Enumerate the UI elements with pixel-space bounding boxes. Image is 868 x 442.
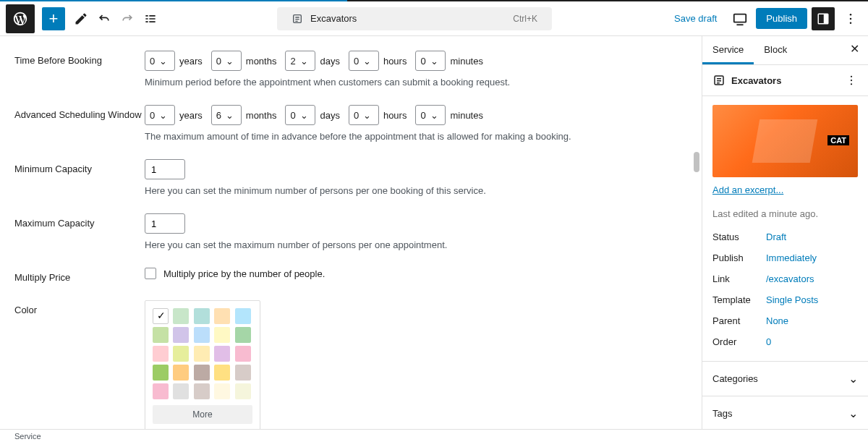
editor-toolbar: + Excavators Ctrl+K Save draft Publish <box>0 1 868 36</box>
color-swatch[interactable] <box>194 327 210 343</box>
color-swatch[interactable] <box>194 308 210 324</box>
svg-point-10 <box>851 83 852 85</box>
accordion-tags[interactable]: Tags⌄ <box>702 396 868 429</box>
time-before-minutes-select[interactable]: 0⌄ <box>415 51 446 71</box>
color-swatch[interactable] <box>153 308 169 324</box>
save-draft-button[interactable]: Save draft <box>667 9 724 28</box>
editor-footer: Service <box>0 429 868 442</box>
adv-window-label: Advanced Scheduling Window <box>14 105 145 142</box>
time-before-months-select[interactable]: 0⌄ <box>211 51 242 71</box>
options-menu-icon[interactable] <box>839 7 862 30</box>
multiply-cb-label: Multiply price by the number of people. <box>163 268 325 279</box>
scrollbar[interactable] <box>694 36 701 429</box>
meta-value[interactable]: Immediately <box>766 252 817 263</box>
min-cap-label: Minimum Capacity <box>14 159 145 196</box>
time-before-years-select[interactable]: 0⌄ <box>145 51 175 71</box>
color-swatch[interactable] <box>173 346 189 362</box>
sidebar-post-title: Excavators <box>731 75 781 86</box>
adv-minutes-select[interactable]: 0⌄ <box>415 105 446 125</box>
adv-days-select[interactable]: 0⌄ <box>285 105 315 125</box>
svg-rect-3 <box>824 14 828 24</box>
color-swatch[interactable] <box>194 346 210 362</box>
multiply-checkbox[interactable] <box>145 268 156 279</box>
color-swatch[interactable] <box>235 308 251 324</box>
chevron-down-icon: ⌄ <box>848 407 858 420</box>
adv-hours-select[interactable]: 0⌄ <box>349 105 379 125</box>
color-swatch[interactable] <box>235 346 251 362</box>
meta-label: Parent <box>712 315 766 326</box>
close-sidebar-icon[interactable]: ✕ <box>841 36 868 64</box>
color-swatch[interactable] <box>194 365 210 381</box>
settings-sidebar: Service Block ✕ Excavators Add an excerp… <box>702 36 868 429</box>
color-swatch[interactable] <box>214 365 230 381</box>
color-swatch[interactable] <box>173 308 189 324</box>
color-label: Color <box>14 300 145 429</box>
meta-label: Order <box>712 336 766 347</box>
accordion-categories[interactable]: Categories⌄ <box>702 362 868 396</box>
wp-logo[interactable] <box>6 4 35 33</box>
color-swatch[interactable] <box>235 365 251 381</box>
color-swatch[interactable] <box>153 327 169 343</box>
adv-months-select[interactable]: 6⌄ <box>211 105 242 125</box>
editor-canvas: Time Before Booking 0⌄years 0⌄months 2⌄d… <box>0 36 702 429</box>
preview-icon[interactable] <box>728 7 752 30</box>
adv-window-help: The maximum amount of time in advance be… <box>145 131 687 142</box>
post-actions-icon[interactable] <box>845 74 858 87</box>
meta-label: Link <box>712 273 766 284</box>
tab-block[interactable]: Block <box>754 36 797 64</box>
color-swatch[interactable] <box>153 383 169 399</box>
edit-tool-icon[interactable] <box>69 7 93 30</box>
add-block-button[interactable]: + <box>42 7 65 30</box>
min-cap-help: Here you can set the minimum number of p… <box>145 185 687 196</box>
color-swatch[interactable] <box>153 346 169 362</box>
color-swatch[interactable] <box>173 327 189 343</box>
time-before-hours-select[interactable]: 0⌄ <box>349 51 379 71</box>
meta-value[interactable]: /excavators <box>766 273 814 284</box>
settings-panel-toggle[interactable] <box>812 7 835 30</box>
last-edited-text: Last edited a minute ago. <box>712 208 858 219</box>
svg-point-9 <box>851 80 852 81</box>
color-swatch[interactable] <box>153 365 169 381</box>
document-title-bar[interactable]: Excavators Ctrl+K <box>277 7 552 30</box>
time-before-help: Minimum period before the appointment wh… <box>145 77 687 88</box>
list-view-icon[interactable] <box>139 7 162 30</box>
tab-service[interactable]: Service <box>702 36 754 64</box>
meta-value[interactable]: None <box>766 315 788 326</box>
color-swatch[interactable] <box>235 327 251 343</box>
time-before-days-select[interactable]: 2⌄ <box>285 51 315 71</box>
meta-label: Status <box>712 231 766 242</box>
svg-point-4 <box>850 13 852 15</box>
min-cap-input[interactable] <box>145 159 185 179</box>
color-swatch[interactable] <box>214 327 230 343</box>
color-swatch[interactable] <box>173 383 189 399</box>
add-excerpt-link[interactable]: Add an excerpt... <box>712 184 783 195</box>
color-more-button[interactable]: More <box>153 405 252 424</box>
svg-point-8 <box>851 76 852 77</box>
publish-button[interactable]: Publish <box>756 8 807 29</box>
color-swatch[interactable] <box>173 365 189 381</box>
undo-icon[interactable] <box>93 7 116 30</box>
multiply-label: Multiply Price <box>14 268 145 283</box>
svg-rect-1 <box>734 14 746 22</box>
color-swatch[interactable] <box>214 383 230 399</box>
color-swatch[interactable] <box>194 383 210 399</box>
chevron-down-icon: ⌄ <box>848 372 858 386</box>
max-cap-input[interactable] <box>145 213 185 234</box>
meta-value[interactable]: 0 <box>766 336 771 347</box>
color-swatch[interactable] <box>214 308 230 324</box>
meta-label: Publish <box>712 252 766 263</box>
service-icon <box>292 13 303 25</box>
featured-image[interactable] <box>712 105 858 177</box>
meta-value[interactable]: Draft <box>766 231 786 242</box>
document-title: Excavators <box>310 13 357 24</box>
shortcut-hint: Ctrl+K <box>513 14 537 24</box>
color-swatch[interactable] <box>214 346 230 362</box>
color-swatch[interactable] <box>235 383 251 399</box>
redo-icon[interactable] <box>116 7 139 30</box>
adv-years-select[interactable]: 0⌄ <box>145 105 175 125</box>
breadcrumb[interactable]: Service <box>14 432 41 441</box>
meta-value[interactable]: Single Posts <box>766 294 818 305</box>
service-icon <box>712 74 726 87</box>
svg-point-6 <box>850 22 852 24</box>
max-cap-help: Here you can set the maximum number of p… <box>145 239 687 250</box>
